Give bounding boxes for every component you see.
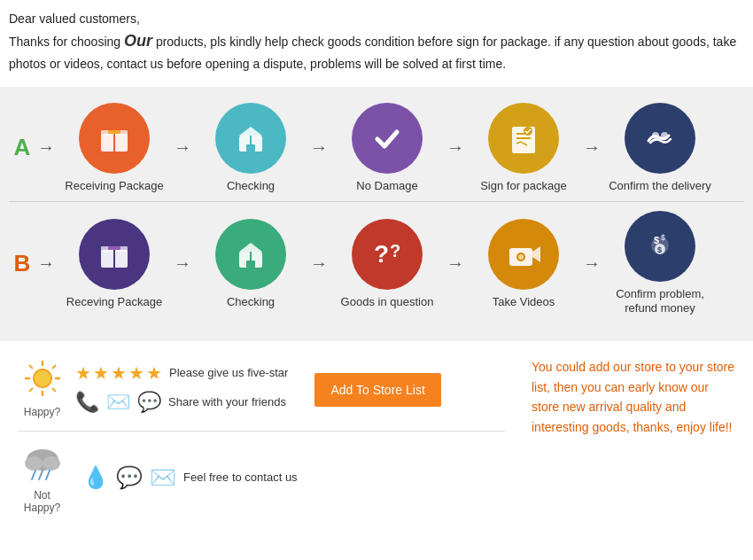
svg-marker-5: [239, 127, 262, 136]
svg-line-45: [32, 471, 35, 479]
bottom-section: Happy? ★ ★ ★ ★ ★ Please give us five-sta…: [0, 341, 753, 535]
step-b1-circle: [79, 219, 150, 290]
step-b1: Receving Package: [57, 219, 172, 308]
step-b4-label: Take Videos: [493, 295, 555, 308]
step-a2-label: Checking: [227, 179, 275, 192]
svg-rect-3: [108, 130, 120, 134]
svg-rect-21: [246, 261, 255, 268]
star-rating: ★ ★ ★ ★ ★: [75, 362, 162, 384]
star-1: ★: [75, 362, 91, 384]
package-icon: [94, 118, 135, 159]
step-a3-label: No Damage: [356, 179, 417, 192]
svg-point-12: [652, 132, 659, 139]
flow-section: A → Receiving Package →: [0, 87, 753, 342]
question-icon: ? ?: [367, 234, 408, 275]
star-2: ★: [93, 362, 109, 384]
header-section: Dear valued customers, Thanks for choosi…: [0, 0, 753, 80]
camera-icon: [503, 234, 544, 275]
svg-line-38: [29, 365, 33, 369]
step-a2-circle: [215, 103, 286, 174]
row-b-label: B: [9, 250, 35, 277]
sun-icon: [18, 357, 66, 406]
step-b4-circle: [488, 219, 559, 290]
step-a5-label: Confirm the delivery: [609, 179, 711, 192]
svg-line-46: [39, 471, 43, 479]
star-4: ★: [128, 362, 144, 384]
svg-marker-25: [532, 246, 540, 262]
brand-name: Our: [124, 32, 152, 50]
arrow: →: [583, 137, 601, 158]
header-line2: Thanks for choosing Our products, pls ki…: [9, 28, 744, 74]
share-text: Share with your friends: [168, 395, 286, 408]
step-b4: Take Videos: [466, 219, 581, 308]
svg-point-13: [661, 132, 668, 139]
share-icons: 📞 ✉️ 💬: [75, 391, 161, 414]
arrow: →: [310, 137, 328, 158]
star-5: ★: [146, 362, 162, 384]
svg-text:?: ?: [390, 241, 400, 261]
step-b3: ? ? Goods in question: [330, 219, 445, 308]
sign-package-icon: [503, 118, 544, 159]
svg-text:$: $: [661, 233, 665, 242]
checking-icon: [230, 118, 271, 159]
step-a2: Checking: [193, 103, 308, 192]
happy-row: Happy? ★ ★ ★ ★ ★ Please give us five-sta…: [18, 357, 505, 418]
arrow: →: [37, 253, 55, 274]
step-a4-circle: [488, 103, 559, 174]
bottom-right: You could add our store to your store li…: [532, 357, 735, 526]
step-b2-circle: [215, 219, 286, 290]
checking-b-icon: [230, 234, 271, 275]
cloud-rain-icon: [18, 440, 66, 489]
svg-line-41: [29, 388, 33, 392]
sun-svg: [21, 357, 64, 400]
arrow: →: [446, 253, 464, 274]
phone-share-icon: 📞: [75, 391, 99, 414]
step-b3-label: Goods in question: [341, 295, 434, 308]
svg-point-33: [34, 369, 51, 387]
svg-text:?: ?: [374, 240, 389, 268]
arrow: →: [446, 137, 464, 158]
chat-share-icon: 💬: [137, 391, 161, 414]
svg-line-39: [52, 388, 56, 392]
not-happy-label: Not Happy?: [18, 489, 66, 514]
arrow: →: [174, 137, 191, 158]
step-a3-circle: [352, 103, 423, 174]
step-a1: Receiving Package: [57, 103, 172, 192]
happy-label: Happy?: [18, 406, 66, 418]
svg-line-40: [52, 365, 56, 369]
arrow: →: [583, 253, 601, 274]
step-b2: Checking: [193, 219, 308, 308]
skype-icon: 💬: [116, 465, 143, 490]
row-a-label: A: [9, 134, 35, 161]
step-a5-circle: [625, 103, 695, 174]
header-pre: Thanks for choosing: [9, 35, 120, 49]
step-b1-label: Receving Package: [66, 295, 162, 308]
five-star-text: Please give us five-star: [169, 366, 288, 379]
handshake-icon: [640, 118, 680, 159]
checkmark-icon: [367, 118, 408, 159]
arrow: →: [37, 137, 55, 158]
flow-row-a: A → Receiving Package →: [9, 103, 744, 192]
package-b-icon: [94, 234, 135, 275]
arrow: →: [310, 253, 328, 274]
step-a4-label: Sign for package: [480, 179, 567, 192]
svg-line-47: [46, 471, 50, 479]
step-b5-label: Confirm problem,refund money: [616, 287, 704, 317]
step-a3: No Damage: [330, 103, 445, 192]
add-store-button[interactable]: Add To Store List: [314, 373, 440, 407]
step-a1-circle: [79, 103, 150, 174]
contact-text: Feel free to contact us: [183, 471, 298, 484]
svg-point-44: [43, 456, 60, 471]
step-b5: $ $ $ Confirm problem,refund money: [602, 211, 718, 317]
svg-marker-19: [239, 243, 262, 252]
mail-share-icon: ✉️: [106, 391, 130, 414]
svg-text:$: $: [654, 235, 659, 245]
step-a5: Confirm the delivery: [602, 103, 718, 192]
svg-rect-17: [108, 246, 120, 250]
flow-row-b: B → Receving Package →: [9, 211, 744, 317]
whatsapp-icon: 💧: [82, 465, 109, 490]
star-3: ★: [111, 362, 127, 384]
contact-icons: 💧 💬 ✉️: [82, 465, 176, 490]
step-a1-label: Receiving Package: [65, 179, 163, 192]
svg-rect-7: [246, 144, 255, 152]
